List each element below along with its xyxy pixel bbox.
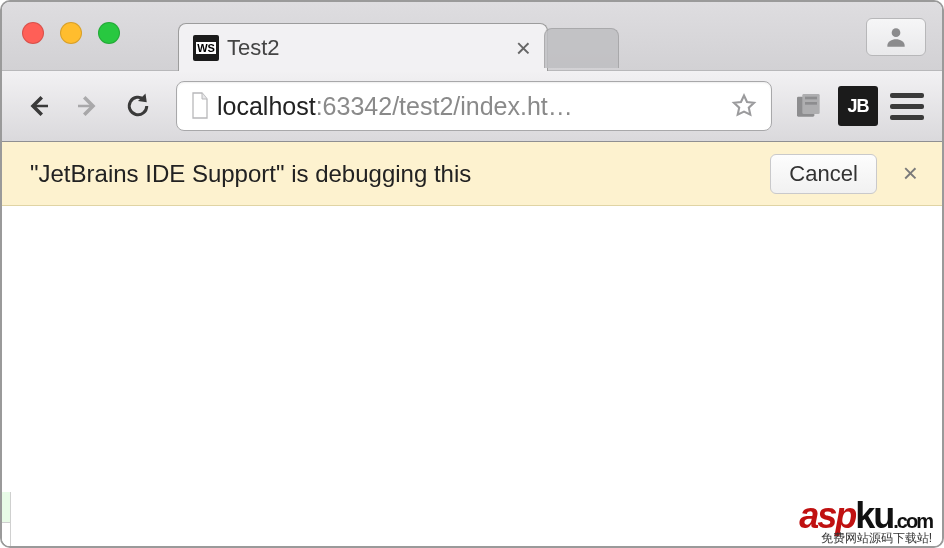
browser-window: WS Test2 × localhost:63342/test2/index.h… <box>0 0 944 548</box>
hamburger-line-icon <box>890 104 924 109</box>
window-close-button[interactable] <box>22 22 44 44</box>
cancel-button[interactable]: Cancel <box>770 154 876 194</box>
watermark-brand-com: .com <box>893 510 932 532</box>
tab-title: Test2 <box>227 35 510 61</box>
infobar-close-button[interactable]: × <box>895 154 926 193</box>
background-window-hint <box>1 492 11 522</box>
svg-rect-6 <box>805 102 817 105</box>
bookmark-button[interactable] <box>727 89 761 123</box>
svg-point-0 <box>892 28 901 37</box>
background-window-hint <box>1 522 11 548</box>
window-zoom-button[interactable] <box>98 22 120 44</box>
svg-rect-5 <box>805 97 817 100</box>
svg-rect-2 <box>78 105 93 108</box>
url-text: localhost:63342/test2/index.ht… <box>217 92 727 121</box>
user-icon <box>883 24 909 50</box>
hamburger-line-icon <box>890 93 924 98</box>
hamburger-line-icon <box>890 115 924 120</box>
page-info-icon[interactable] <box>183 86 217 126</box>
page-content: aspku.com 免费网站源码下载站! <box>2 206 942 546</box>
menu-button[interactable] <box>888 87 926 125</box>
profile-button[interactable] <box>866 18 926 56</box>
arrow-right-icon <box>73 91 103 121</box>
traffic-lights <box>22 22 120 44</box>
tabstrip: WS Test2 × <box>178 2 619 70</box>
watermark-brand-red: asp <box>799 495 855 536</box>
infobar-message: "JetBrains IDE Support" is debugging thi… <box>30 160 770 188</box>
reload-button[interactable] <box>118 86 158 126</box>
infobar: "JetBrains IDE Support" is debugging thi… <box>2 142 942 206</box>
star-icon <box>730 92 758 120</box>
window-minimize-button[interactable] <box>60 22 82 44</box>
reload-icon <box>123 91 153 121</box>
address-bar[interactable]: localhost:63342/test2/index.ht… <box>176 81 772 131</box>
back-button[interactable] <box>18 86 58 126</box>
svg-rect-1 <box>33 105 48 108</box>
toolbar: localhost:63342/test2/index.ht… JB <box>2 70 942 142</box>
stacked-pages-icon <box>793 90 825 122</box>
tab-close-button[interactable]: × <box>510 35 537 61</box>
jetbrains-extension-icon[interactable]: JB <box>838 86 878 126</box>
new-tab-stub[interactable] <box>544 28 619 68</box>
watermark: aspku.com 免费网站源码下载站! <box>799 498 932 544</box>
watermark-subtitle: 免费网站源码下载站! <box>799 532 932 544</box>
tab-active[interactable]: WS Test2 × <box>178 23 548 71</box>
extension-pages-icon[interactable] <box>790 87 828 125</box>
titlebar: WS Test2 × <box>2 2 942 70</box>
arrow-left-icon <box>23 91 53 121</box>
watermark-brand-black: ku <box>855 495 893 536</box>
forward-button[interactable] <box>68 86 108 126</box>
favicon-webstorm-icon: WS <box>193 35 219 61</box>
